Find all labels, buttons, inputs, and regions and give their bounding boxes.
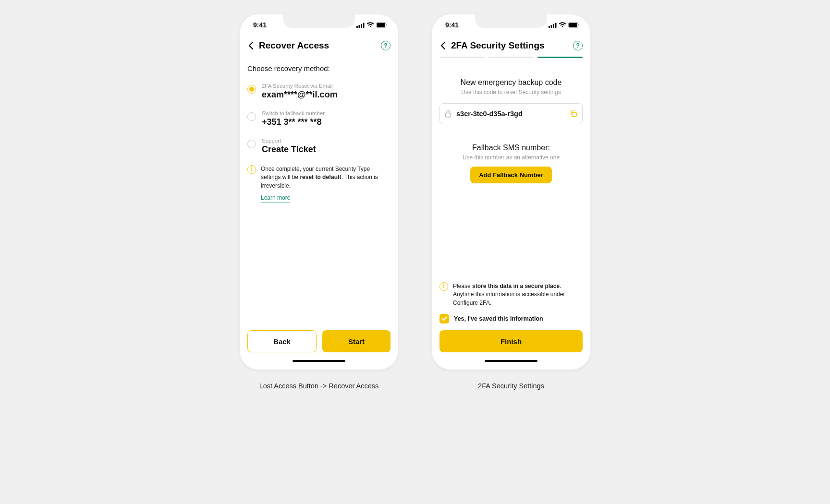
learn-more-link[interactable]: Learn more	[261, 194, 290, 203]
page-title: Recover Access	[259, 40, 329, 51]
info-text-bold: reset to default	[300, 174, 341, 180]
svg-rect-7	[549, 26, 550, 28]
option-label-big: exam****@**il.com	[262, 90, 338, 100]
progress-seg	[439, 57, 485, 58]
backup-code-field: s3cr-3tc0-d35a-r3gd	[439, 103, 583, 124]
option-label-small: 2FA Security Reset via Email	[262, 83, 338, 89]
copy-icon[interactable]	[570, 110, 577, 118]
option-label-small: Switch to fallback number	[262, 110, 325, 116]
header: Recover Access ?	[240, 36, 398, 57]
battery-icon	[376, 22, 388, 28]
info-text-bold: store this data in a secure place	[472, 283, 560, 289]
recovery-option-email[interactable]: 2FA Security Reset via Email exam****@**…	[247, 83, 391, 100]
home-indicator	[293, 360, 345, 362]
saved-checkbox-row[interactable]: Yes, I've saved this information	[439, 314, 583, 324]
fallback-block: Fallback SMS number: Use this number as …	[439, 144, 583, 183]
wifi-icon	[366, 22, 374, 28]
svg-rect-1	[359, 25, 360, 28]
help-icon[interactable]: ?	[573, 41, 583, 50]
header: 2FA Security Settings ?	[432, 36, 590, 57]
start-button[interactable]: Start	[322, 330, 391, 352]
fallback-heading: Fallback SMS number:	[439, 144, 583, 152]
checkbox-checked-icon	[439, 314, 449, 324]
svg-rect-8	[551, 25, 552, 28]
svg-rect-13	[579, 24, 580, 26]
svg-rect-9	[553, 24, 554, 28]
radio-icon	[247, 112, 256, 121]
status-icons	[549, 22, 580, 28]
status-time: 9:41	[253, 21, 267, 29]
status-icons	[356, 22, 388, 28]
option-label-big: +351 3** *** **8	[262, 117, 325, 127]
svg-rect-15	[572, 112, 576, 117]
cellular-icon	[356, 23, 365, 28]
svg-rect-2	[361, 24, 362, 28]
home-indicator	[485, 360, 537, 362]
backup-heading: New emergency backup code	[439, 78, 583, 87]
progress-seg	[488, 57, 534, 58]
recovery-option-fallback[interactable]: Switch to fallback number +351 3** *** *…	[247, 110, 391, 127]
svg-rect-0	[356, 26, 358, 28]
battery-icon	[568, 22, 580, 28]
back-icon[interactable]	[245, 40, 256, 51]
svg-rect-6	[387, 24, 388, 26]
backup-sub: Use this code to reset Security settings	[439, 89, 583, 96]
screen-caption: Lost Access Button -> Recover Access	[259, 382, 379, 390]
svg-rect-12	[569, 23, 577, 27]
screen-caption: 2FA Security Settings	[478, 382, 544, 390]
saved-label: Yes, I've saved this information	[454, 315, 543, 322]
status-time: 9:41	[445, 21, 459, 29]
info-text-pre: Please	[453, 283, 472, 289]
recovery-option-ticket[interactable]: Support Create Ticket	[247, 138, 391, 155]
notch	[475, 14, 547, 28]
svg-rect-3	[363, 23, 365, 28]
cellular-icon	[549, 23, 557, 28]
alert-icon: !	[247, 165, 256, 174]
progress-seg-active	[537, 57, 583, 58]
backup-code-block: New emergency backup code Use this code …	[439, 78, 583, 96]
progress-bar	[432, 57, 590, 61]
page-title: 2FA Security Settings	[451, 40, 545, 51]
alert-icon: !	[439, 282, 448, 291]
wifi-icon	[559, 22, 566, 28]
notch	[283, 14, 355, 28]
info-box: ! Please store this data in a secure pla…	[439, 282, 583, 307]
option-label-small: Support	[262, 138, 316, 144]
radio-icon	[247, 140, 256, 148]
back-button[interactable]: Back	[247, 330, 317, 352]
finish-button[interactable]: Finish	[439, 330, 583, 352]
phone-recover-access: 9:41 Recover Access ? Choose recovery me	[240, 14, 398, 370]
help-icon[interactable]: ?	[381, 41, 391, 50]
add-fallback-button[interactable]: Add Fallback Number	[470, 167, 552, 183]
recovery-subtitle: Choose recovery method:	[247, 64, 391, 72]
svg-rect-10	[555, 23, 557, 28]
fallback-sub: Use this number as an alternative one	[439, 154, 583, 161]
lock-icon	[445, 110, 452, 118]
back-icon[interactable]	[438, 40, 448, 51]
svg-rect-14	[446, 113, 451, 118]
radio-icon	[247, 85, 256, 94]
option-label-big: Create Ticket	[262, 144, 316, 155]
phone-2fa-settings: 9:41 2FA Security Settings ?	[432, 14, 590, 370]
info-box: ! Once complete, your current Security T…	[247, 165, 391, 203]
backup-code-text: s3cr-3tc0-d35a-r3gd	[456, 110, 565, 118]
svg-rect-5	[377, 23, 385, 27]
